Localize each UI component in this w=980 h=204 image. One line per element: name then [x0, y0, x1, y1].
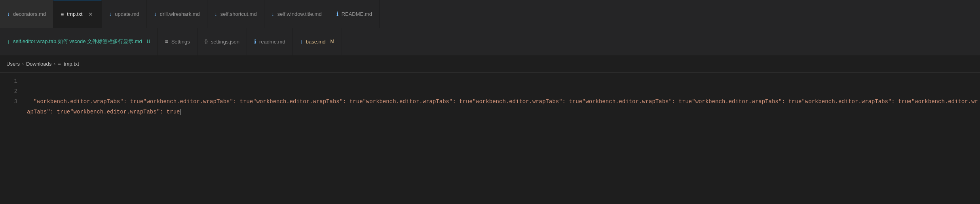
download-icon: ↓: [300, 38, 303, 45]
breadcrumb-sep1: ›: [22, 61, 24, 67]
line-number-1: 1: [0, 76, 17, 86]
tab-label: README.md: [342, 11, 372, 17]
tab-label: update.md: [115, 11, 139, 17]
tab-readme[interactable]: ℹ README.md: [329, 0, 380, 28]
tab-readme-md[interactable]: ℹ readme.md: [247, 28, 293, 55]
tab-tmp[interactable]: ≡ tmp.txt ✕: [53, 0, 102, 28]
download-icon: ↓: [7, 11, 10, 17]
tab-update[interactable]: ↓ update.md: [102, 0, 146, 28]
code-area[interactable]: "workbench.editor.wrapTabs": true"workbe…: [24, 73, 980, 204]
tab-base-md[interactable]: ↓ base.md M: [293, 28, 342, 55]
tab-label: tmp.txt: [67, 11, 82, 17]
line-number-2: 2: [0, 86, 17, 96]
tab-label: self.editor.wrap.tab.如何 vscode 文件标签栏多行显示…: [13, 38, 142, 45]
breadcrumb-sep2: ›: [54, 61, 55, 67]
tab-label: drill.wireshark.md: [160, 11, 200, 17]
file-icon: ≡: [61, 11, 64, 17]
code-line-1: [24, 76, 980, 86]
editor-area: 1 2 3 "workbench.editor.wrapTabs": true"…: [0, 73, 980, 204]
info-icon: ℹ: [336, 11, 338, 17]
code-content: "workbench.editor.wrapTabs": true"workbe…: [27, 96, 980, 117]
tab-label: settings.json: [211, 39, 239, 45]
tab-settings-json[interactable]: {} settings.json: [198, 28, 247, 55]
code-line-3: "workbench.editor.wrapTabs": true"workbe…: [24, 96, 980, 117]
tab-label: readme.md: [259, 39, 285, 45]
tab-drill-wireshark[interactable]: ↓ drill.wireshark.md: [147, 0, 207, 28]
download-icon: ↓: [215, 11, 217, 17]
modified-badge: U: [147, 39, 150, 44]
download-icon: ↓: [109, 11, 112, 17]
code-line-2: [24, 86, 980, 96]
tab-label: self.window.title.md: [277, 11, 322, 17]
tab-label: decorators.md: [13, 11, 46, 17]
line-numbers: 1 2 3: [0, 73, 24, 204]
breadcrumb-users[interactable]: Users: [6, 61, 20, 67]
tab-bar-row1: ↓ decorators.md ≡ tmp.txt ✕ ↓ update.md …: [0, 0, 980, 28]
tab-self-window-title[interactable]: ↓ self.window.title.md: [264, 0, 329, 28]
tab-settings[interactable]: ≡ Settings: [158, 28, 197, 55]
tab-bar-row2: ↓ self.editor.wrap.tab.如何 vscode 文件标签栏多行…: [0, 28, 980, 55]
text-cursor: [180, 109, 180, 115]
modified-badge: M: [330, 39, 334, 44]
tab-close-button[interactable]: ✕: [87, 10, 94, 18]
tab-label: base.md: [306, 39, 326, 45]
json-icon: {}: [205, 39, 208, 44]
breadcrumb: Users › Downloads › ≡ tmp.txt: [0, 55, 980, 73]
settings-icon: ≡: [165, 38, 168, 45]
breadcrumb-file[interactable]: tmp.txt: [64, 61, 79, 67]
tab-self-editor-wrap[interactable]: ↓ self.editor.wrap.tab.如何 vscode 文件标签栏多行…: [0, 28, 158, 55]
tab-self-shortcut[interactable]: ↓ self.shortcut.md: [207, 0, 264, 28]
line-number-3: 3: [0, 96, 17, 107]
info-icon: ℹ: [254, 38, 256, 45]
file-icon: ≡: [58, 61, 61, 67]
tab-label: self.shortcut.md: [220, 11, 257, 17]
tab-decorators[interactable]: ↓ decorators.md: [0, 0, 53, 28]
editor-content[interactable]: 1 2 3 "workbench.editor.wrapTabs": true"…: [0, 73, 980, 204]
breadcrumb-downloads[interactable]: Downloads: [26, 61, 51, 67]
tab-label: Settings: [171, 39, 190, 45]
download-icon: ↓: [154, 11, 157, 17]
download-icon: ↓: [272, 11, 274, 17]
download-icon: ↓: [7, 38, 10, 45]
